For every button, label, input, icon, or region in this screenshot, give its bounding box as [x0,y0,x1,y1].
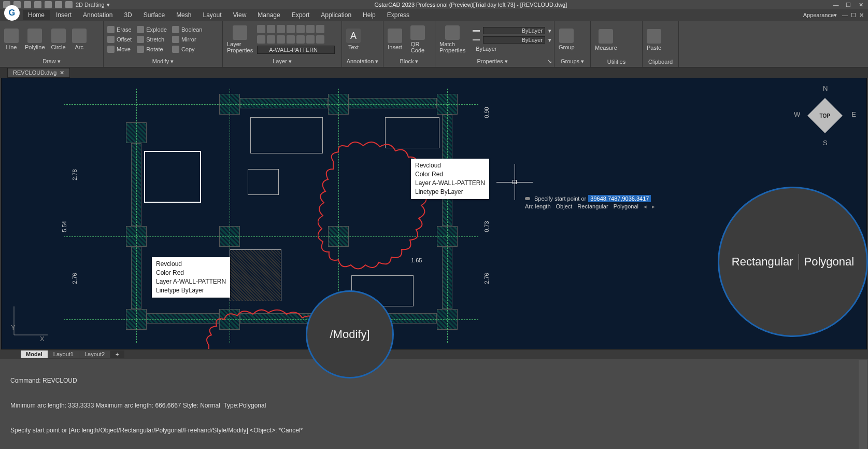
saveas-icon[interactable] [34,1,41,8]
tab-layout2[interactable]: Layout2 [79,350,110,358]
layer-tool-icon[interactable] [267,25,275,33]
tab-model[interactable]: Model [21,350,48,358]
print-icon[interactable] [45,1,52,8]
tab-express[interactable]: Express [382,10,415,20]
tab-insert[interactable]: Insert [51,10,77,20]
arc-button[interactable]: Arc [70,27,89,51]
panel-layer-title[interactable]: Layer ▾ [225,57,339,66]
tab-help[interactable]: Help [358,10,381,20]
tab-layout[interactable]: Layout [197,10,226,20]
layer-tool-icon[interactable] [257,25,265,33]
model-layout-tabs: Model Layout1 Layout2 + [0,349,868,359]
boolean-button[interactable]: Boolean [170,25,204,34]
viewcube-e[interactable]: E [851,110,856,118]
layer-tool-icon[interactable] [306,35,315,44]
layer-tool-icon[interactable] [316,35,324,44]
dynamic-input-value[interactable]: 39648.7487,9036.3417 [588,195,651,202]
inner-restore-button[interactable]: ☐ [851,12,856,19]
command-line[interactable]: Command: REVCLOUD Minimum arc length: 33… [0,359,868,449]
layer-properties-button[interactable]: Layer Properties [225,24,255,54]
workspace-selector[interactable]: 2D Drafting ▾ [76,2,110,8]
opts-next-icon[interactable]: ▸ [652,203,655,210]
current-layer-selector[interactable]: A-WALL-PATTERN [257,46,335,54]
opt-rectangular[interactable]: Rectangular [577,203,608,210]
layer-tool-icon[interactable] [277,35,285,44]
circle-button[interactable]: Circle [49,27,68,51]
opt-arc-length[interactable]: Arc length [525,203,551,210]
appearance-menu[interactable]: Appearance▾ [803,12,837,19]
layer-tool-icon[interactable] [316,25,324,33]
explode-button[interactable]: Explode [135,25,168,34]
color-selector[interactable]: ByLayer▾ [469,27,551,34]
viewcube-n[interactable]: N [823,85,828,92]
lineweight-selector[interactable]: ByLayer▾ [469,36,551,44]
match-properties-button[interactable]: Match Properties [437,24,467,54]
tab-manage[interactable]: Manage [252,10,285,20]
measure-button[interactable]: Measure [593,28,619,52]
stretch-button[interactable]: Stretch [135,35,168,44]
dialog-launcher-icon[interactable]: ↘ [547,58,552,65]
panel-annotation-title[interactable]: Annotation ▾ [344,57,381,66]
viewcube-top[interactable]: TOP [807,98,843,133]
close-tab-icon[interactable]: ✕ [60,69,64,76]
layer-tool-icon[interactable] [277,25,285,33]
inner-close-button[interactable]: ✕ [859,12,864,19]
layer-tool-icon[interactable] [257,35,265,44]
cmd-vscrollbar[interactable] [859,360,867,449]
tab-3d[interactable]: 3D [119,10,137,20]
doc-tab-label: REVCLOUD.dwg [13,69,56,76]
layer-tool-icon[interactable] [296,35,305,44]
panel-modify-title[interactable]: Modify ▾ [106,57,220,66]
inner-minimize-button[interactable]: — [842,12,848,19]
layer-tool-icon[interactable] [306,25,315,33]
linetype-selector[interactable]: ByLayer [469,46,551,52]
redo-icon[interactable] [65,1,73,8]
viewcube-w[interactable]: W [794,110,800,118]
app-logo[interactable]: G [4,5,20,21]
text-button[interactable]: AText [344,27,363,51]
tab-view[interactable]: View [228,10,252,20]
tab-application[interactable]: Application [316,10,357,20]
tab-home[interactable]: Home [23,10,50,20]
opt-polygonal[interactable]: Polygonal [614,203,638,210]
erase-button[interactable]: Erase [106,25,133,34]
close-button[interactable]: ✕ [857,2,865,8]
undo-icon[interactable] [55,1,62,8]
group-button[interactable]: Group [557,27,577,51]
minimize-button[interactable]: — [832,2,840,8]
mirror-button[interactable]: Mirror [170,35,204,44]
panel-properties-title[interactable]: Properties ▾ ↘ [437,57,552,66]
copy-button[interactable]: Copy [170,45,204,53]
tab-layout1[interactable]: Layout1 [48,350,79,358]
panel-groups-title[interactable]: Groups ▾ [557,57,588,66]
move-button[interactable]: Move [106,45,133,53]
opt-object[interactable]: Object [556,203,573,210]
add-layout-button[interactable]: + [110,350,124,358]
insert-button[interactable]: Insert [386,27,404,51]
tab-export[interactable]: Export [287,10,315,20]
zoom-opt-rectangular: Rectangular [732,255,793,269]
tab-surface[interactable]: Surface [138,10,170,20]
offset-button[interactable]: Offset [106,35,133,44]
qrcode-button[interactable]: QR Code [408,24,427,54]
doc-tab-active[interactable]: REVCLOUD.dwg ✕ [7,68,70,78]
save-icon[interactable] [24,1,31,8]
panel-draw-title[interactable]: Draw ▾ [2,57,101,66]
rotate-button[interactable]: Rotate [135,45,168,53]
tab-mesh[interactable]: Mesh [171,10,196,20]
cmd-history-line: Minimum arc length: 333.3333 Maximum arc… [10,401,858,410]
panel-block-title[interactable]: Block ▾ [386,57,433,66]
layer-tool-icon[interactable] [267,35,275,44]
panel-block: Insert QR Code Block ▾ [383,21,435,67]
viewcube[interactable]: N S W E TOP [794,85,856,147]
layer-tool-icon[interactable] [296,25,305,33]
tab-annotation[interactable]: Annotation [78,10,118,20]
viewcube-s[interactable]: S [823,139,828,147]
paste-button[interactable]: Paste [645,28,663,52]
polyline-button[interactable]: Polyline [23,27,47,51]
maximize-button[interactable]: ☐ [844,2,852,8]
opts-prev-icon[interactable]: ◂ [644,203,647,210]
line-button[interactable]: Line [2,27,21,51]
layer-tool-icon[interactable] [287,25,295,33]
layer-tool-icon[interactable] [287,35,295,44]
